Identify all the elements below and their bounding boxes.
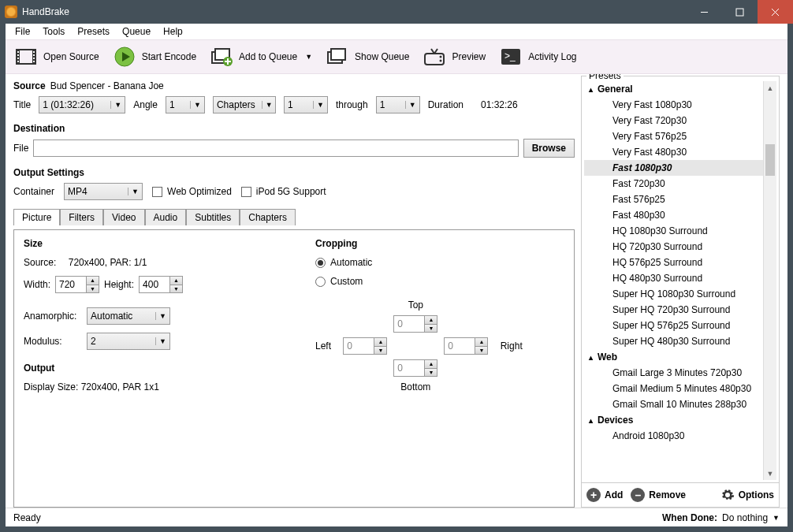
plus-icon: + [586, 488, 601, 502]
title-select[interactable]: 1 (01:32:26)▼ [39, 96, 125, 113]
preset-item[interactable]: Very Fast 1080p30 [584, 97, 763, 113]
spinner-down-icon[interactable]: ▼ [424, 325, 437, 333]
preset-item[interactable]: Super HQ 1080p30 Surround [584, 286, 763, 302]
preset-item[interactable]: Gmail Small 10 Minutes 288p30 [584, 396, 763, 412]
preset-add-button[interactable]: +Add [586, 488, 623, 502]
svg-rect-9 [17, 58, 19, 59]
preset-item[interactable]: HQ 576p25 Surround [584, 255, 763, 270]
menu-tools[interactable]: Tools [36, 24, 71, 39]
minus-icon: – [631, 488, 645, 502]
preset-group[interactable]: ▴General [584, 81, 763, 97]
preset-item[interactable]: Fast 720p30 [584, 176, 763, 192]
tab-picture[interactable]: Picture [13, 209, 60, 225]
tab-subtitles[interactable]: Subtitles [186, 209, 240, 225]
duration-value: 01:32:26 [481, 99, 518, 110]
file-input[interactable] [33, 140, 518, 157]
menu-file[interactable]: File [9, 24, 36, 39]
preset-item[interactable]: Fast 576p25 [584, 192, 763, 207]
preset-item[interactable]: Android 1080p30 [584, 428, 763, 444]
preview-button[interactable]: Preview [419, 44, 490, 69]
svg-rect-23 [331, 49, 345, 60]
preset-item[interactable]: Fast 1080p30 [584, 160, 763, 176]
maximize-button[interactable] [722, 0, 758, 24]
crop-auto-radio[interactable]: Automatic [315, 257, 523, 268]
preset-list: ▴GeneralVery Fast 1080p30Very Fast 720p3… [584, 81, 776, 480]
preset-item[interactable]: Super HQ 720p30 Surround [584, 302, 763, 318]
height-spinner[interactable]: 400▲▼ [139, 276, 183, 293]
checkbox-icon [241, 187, 251, 197]
tab-filters[interactable]: Filters [60, 209, 103, 225]
start-encode-button[interactable]: Start Encode [109, 44, 201, 69]
scroll-up-icon[interactable]: ▲ [764, 81, 776, 95]
minimize-button[interactable] [687, 0, 722, 24]
activity-log-button[interactable]: >_ Activity Log [495, 44, 581, 69]
spinner-down-icon[interactable]: ▼ [169, 285, 182, 293]
when-done-select[interactable]: When Done: Do nothing ▼ [662, 512, 780, 523]
preset-group[interactable]: ▴Web [584, 349, 763, 365]
menu-queue[interactable]: Queue [116, 24, 157, 39]
preset-scrollbar[interactable]: ▲ ▼ [763, 81, 776, 480]
svg-rect-7 [17, 51, 19, 53]
tab-chapters[interactable]: Chapters [240, 209, 296, 225]
preset-group[interactable]: ▴Devices [584, 412, 763, 428]
preset-item[interactable]: Gmail Large 3 Minutes 720p30 [584, 365, 763, 381]
preset-options-button[interactable]: Options [720, 488, 774, 502]
svg-point-28 [440, 60, 442, 62]
range-type-select[interactable]: Chapters▼ [213, 96, 276, 113]
add-to-queue-button[interactable]: Add to Queue ▼ [206, 44, 317, 69]
crop-bottom-spinner[interactable]: 0▲▼ [393, 359, 437, 377]
preset-remove-button[interactable]: –Remove [631, 488, 686, 502]
spinner-down-icon[interactable]: ▼ [475, 347, 487, 355]
angle-select[interactable]: 1▼ [166, 96, 205, 113]
preset-item[interactable]: Very Fast 720p30 [584, 113, 763, 128]
close-button[interactable] [758, 0, 793, 24]
web-optimized-check[interactable]: Web Optimized [152, 186, 232, 197]
preset-item[interactable]: Very Fast 480p30 [584, 144, 763, 160]
svg-rect-13 [33, 58, 35, 59]
scrollbar-thumb[interactable] [765, 144, 775, 176]
spinner-up-icon[interactable]: ▲ [169, 277, 182, 285]
add-to-queue-label: Add to Queue [239, 51, 297, 62]
crop-right-spinner[interactable]: 0▲▼ [444, 337, 488, 355]
crop-right-label: Right [501, 340, 523, 352]
client-area: File Tools Presets Queue Help Open Sourc… [6, 24, 787, 526]
width-spinner[interactable]: 720▲▼ [55, 276, 99, 293]
crop-custom-radio[interactable]: Custom [315, 276, 523, 287]
scroll-down-icon[interactable]: ▼ [764, 467, 776, 480]
browse-button[interactable]: Browse [523, 139, 575, 158]
spinner-up-icon[interactable]: ▲ [424, 360, 437, 369]
svg-point-27 [440, 56, 442, 58]
container-select[interactable]: MP4▼ [64, 183, 143, 200]
tab-video[interactable]: Video [103, 209, 144, 225]
preset-item[interactable]: HQ 720p30 Surround [584, 239, 763, 255]
menu-presets[interactable]: Presets [71, 24, 116, 39]
spinner-down-icon[interactable]: ▼ [374, 347, 386, 355]
show-queue-button[interactable]: Show Queue [322, 44, 414, 69]
presets-panel: Presets ▴GeneralVery Fast 1080p30Very Fa… [581, 76, 780, 508]
open-source-button[interactable]: Open Source [10, 44, 104, 69]
preset-item[interactable]: Very Fast 576p25 [584, 128, 763, 144]
spinner-up-icon[interactable]: ▲ [475, 338, 487, 347]
chapter-to-select[interactable]: 1▼ [376, 96, 420, 113]
preset-item[interactable]: Super HQ 480p30 Surround [584, 333, 763, 349]
tab-audio[interactable]: Audio [145, 209, 187, 225]
crop-top-spinner[interactable]: 0▲▼ [393, 315, 437, 333]
preset-item[interactable]: Gmail Medium 5 Minutes 480p30 [584, 381, 763, 396]
spinner-up-icon[interactable]: ▲ [374, 338, 386, 347]
ipod-check[interactable]: iPod 5G Support [241, 186, 326, 197]
spinner-down-icon[interactable]: ▼ [86, 285, 99, 293]
crop-left-spinner[interactable]: 0▲▼ [343, 337, 387, 355]
menu-help[interactable]: Help [157, 24, 189, 39]
through-label: through [336, 99, 368, 110]
anamorphic-select[interactable]: Automatic▼ [87, 307, 170, 325]
destination-label: Destination [13, 123, 575, 134]
chapter-from-select[interactable]: 1▼ [284, 96, 328, 113]
preset-item[interactable]: Super HQ 576p25 Surround [584, 318, 763, 333]
preset-item[interactable]: HQ 1080p30 Surround [584, 223, 763, 239]
spinner-up-icon[interactable]: ▲ [86, 277, 99, 285]
spinner-up-icon[interactable]: ▲ [424, 316, 437, 325]
preset-item[interactable]: HQ 480p30 Surround [584, 270, 763, 286]
modulus-select[interactable]: 2▼ [87, 333, 170, 350]
spinner-down-icon[interactable]: ▼ [424, 369, 437, 377]
preset-item[interactable]: Fast 480p30 [584, 207, 763, 223]
